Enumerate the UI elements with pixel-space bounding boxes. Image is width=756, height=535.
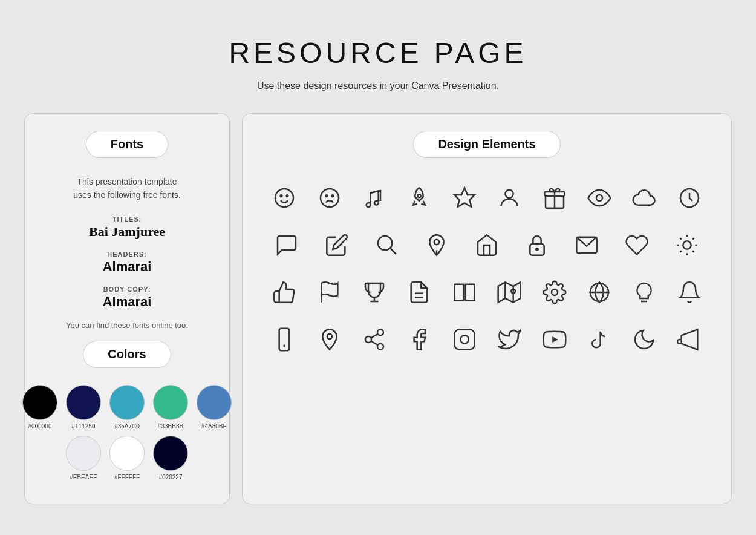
swatch-navy: #111250 (66, 385, 101, 430)
swatch-darknavy: #020227 (153, 436, 188, 481)
svg-marker-7 (454, 188, 474, 207)
twitter-icon (487, 321, 531, 358)
bell-icon (668, 274, 711, 310)
svg-line-44 (371, 341, 377, 346)
headers-font-entry: HEADERS: Almarai (103, 251, 152, 275)
svg-rect-46 (454, 329, 474, 349)
titles-font-entry: TITLES: Bai Jamjuree (89, 215, 165, 240)
swatch-hex: #000000 (28, 423, 52, 430)
svg-point-15 (434, 240, 439, 245)
swatch-circle (66, 436, 101, 471)
star-icon (443, 180, 486, 216)
svg-marker-32 (498, 282, 521, 302)
svg-point-18 (536, 248, 538, 250)
icon-grid (262, 180, 712, 358)
svg-point-0 (275, 189, 293, 207)
svg-point-1 (281, 195, 282, 197)
youtube-icon (533, 321, 576, 358)
svg-point-3 (321, 189, 339, 207)
search-icon (365, 227, 409, 263)
flag-icon (308, 274, 351, 310)
swatch-teal: #35A7C0 (109, 385, 145, 430)
eye-icon (578, 180, 621, 216)
svg-line-25 (680, 238, 681, 239)
svg-line-28 (692, 238, 694, 239)
svg-point-43 (377, 344, 383, 350)
envelope-icon (565, 227, 608, 263)
body-label: BODY COPY: (103, 286, 152, 293)
music-icon (353, 180, 396, 216)
svg-line-26 (692, 251, 694, 252)
swatch-hex: #EBEAEE (70, 474, 97, 481)
svg-point-40 (327, 334, 331, 339)
swatch-hex: #4A80BE (201, 423, 227, 430)
instagram-icon (443, 321, 486, 358)
icon-row-3 (262, 274, 712, 310)
svg-point-36 (552, 289, 558, 295)
svg-point-11 (596, 195, 602, 201)
svg-point-8 (505, 190, 513, 198)
heart-icon (615, 227, 659, 263)
swatch-blue: #4A80BE (197, 385, 232, 430)
svg-point-13 (378, 236, 392, 250)
swatch-black: #000000 (22, 385, 57, 430)
svg-line-14 (390, 248, 396, 254)
svg-line-45 (371, 334, 377, 338)
gift-icon (533, 180, 576, 216)
rocket-icon (397, 180, 441, 216)
swatch-circle (109, 436, 145, 471)
globe-icon (578, 274, 621, 310)
titles-font-name: Bai Jamjuree (89, 224, 165, 240)
swatch-mint: #33BB8B (153, 385, 188, 430)
lightbulb-icon (622, 274, 666, 310)
lock-icon (515, 227, 559, 263)
main-panels: Fonts This presentation templateuses the… (24, 113, 732, 504)
pencil-icon (315, 227, 359, 263)
colors-label: Colors (83, 341, 171, 368)
icon-row-4 (262, 321, 712, 358)
page-subtitle: Use these design resources in your Canva… (257, 80, 499, 91)
cloud-icon (622, 180, 666, 216)
svg-point-2 (287, 195, 288, 197)
moon-icon (622, 321, 666, 358)
colors-section: Colors #000000 #111250 #35A7C0 #33BB8B (39, 341, 215, 487)
gear-icon (533, 274, 576, 310)
fonts-description: This presentation templateuses the follo… (73, 175, 180, 202)
smile-icon (262, 180, 306, 216)
swatch-hex: #111250 (72, 423, 96, 430)
swatch-hex: #FFFFFF (114, 474, 140, 481)
body-font-name: Almarai (103, 294, 152, 310)
svg-marker-48 (552, 336, 558, 343)
body-font-entry: BODY COPY: Almarai (103, 286, 152, 310)
map-icon (487, 274, 531, 310)
svg-rect-38 (279, 329, 290, 351)
thumbs-up-icon (262, 274, 306, 310)
svg-point-42 (365, 336, 371, 343)
icon-row-2 (262, 227, 712, 263)
page-title: RESOURCE PAGE (229, 36, 527, 70)
right-panel: Design Elements (242, 113, 732, 504)
sun-icon (665, 227, 709, 263)
person-icon (487, 180, 531, 216)
swatch-hex: #33BB8B (158, 423, 183, 430)
swatch-circle (153, 385, 188, 420)
fonts-label: Fonts (86, 131, 168, 158)
document-icon (397, 274, 441, 310)
fonts-note: You can find these fonts online too. (66, 321, 188, 330)
icon-row-1 (262, 180, 712, 216)
clock-icon (668, 180, 711, 216)
titles-label: TITLES: (89, 215, 165, 223)
home-icon (465, 227, 509, 263)
location-pin-icon (308, 321, 351, 358)
headers-font-name: Almarai (103, 259, 152, 275)
pin-icon (415, 227, 458, 263)
book-icon (443, 274, 486, 310)
svg-point-41 (377, 329, 383, 335)
chat-bubble-icon (265, 227, 308, 263)
swatch-light: #EBEAEE (66, 436, 101, 481)
left-panel: Fonts This presentation templateuses the… (24, 113, 230, 504)
swatch-hex: #020227 (159, 474, 183, 481)
swatch-circle (197, 385, 232, 420)
colors-row-1: #000000 #111250 #35A7C0 #33BB8B #4A80BE (22, 385, 232, 430)
swatch-circle (66, 385, 101, 420)
